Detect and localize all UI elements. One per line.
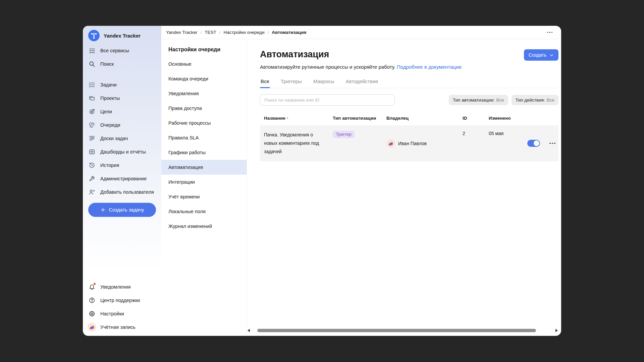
column-header-label: Владелец	[386, 116, 409, 121]
automation-modified: 05 мая	[485, 125, 523, 161]
queue-settings-menu: Настройки очереди Основные Команда очере…	[161, 39, 247, 336]
sidebar-item-label: Поиск	[100, 61, 114, 67]
sidebar-item-notifications[interactable]: Уведомления	[83, 280, 161, 294]
tab-triggers[interactable]: Триггеры	[280, 78, 303, 88]
scroll-right-arrow-icon[interactable]	[555, 329, 558, 332]
table-row[interactable]: Пачка. Уведомления о новых комментариях …	[260, 125, 558, 161]
create-button[interactable]: Создать	[524, 49, 558, 61]
sidebar-item-label: История	[100, 163, 119, 168]
column-header-label: Тип автоматизации	[333, 116, 376, 121]
tasks-checklist-icon	[88, 81, 96, 88]
app-window: Yandex Tracker Все сервисы Поиск	[83, 26, 561, 336]
breadcrumb-separator: /	[201, 30, 202, 35]
kanban-board-icon	[88, 135, 96, 142]
column-header-id[interactable]: ID	[459, 113, 485, 125]
sidebar-item-goals[interactable]: Цели	[83, 105, 161, 118]
horizontal-scrollbar	[248, 329, 558, 332]
filter-automation-type[interactable]: Тип автоматизации: Все	[449, 95, 508, 105]
scroll-left-arrow-icon[interactable]	[248, 329, 250, 332]
sidebar-item-label: Доски задач	[100, 136, 128, 141]
owner-cell: Иван Павлов	[382, 125, 459, 161]
automation-id: 2	[459, 125, 485, 161]
queue-menu-item-local-fields[interactable]: Локальные поля	[161, 204, 247, 219]
column-header-name[interactable]: Название ▾	[260, 113, 329, 125]
column-header-type[interactable]: Тип автоматизации	[329, 113, 382, 125]
sidebar-item-label: Задачи	[100, 82, 117, 87]
queue-menu-item-time-tracking[interactable]: Учёт времени	[161, 189, 247, 204]
queue-menu-item-notifications[interactable]: Уведомления	[161, 86, 247, 101]
page-description: Автоматизируйте рутинные процессы и уско…	[260, 64, 558, 70]
bell-icon	[88, 283, 96, 291]
unread-dot	[94, 283, 96, 285]
sidebar-item-boards[interactable]: Доски задач	[83, 132, 161, 145]
tab-autoactions[interactable]: Автодействия	[345, 78, 379, 88]
sidebar-item-support[interactable]: Центр поддержки	[83, 294, 161, 307]
queue-menu-item-general[interactable]: Основные	[161, 57, 247, 71]
sidebar-item-queues[interactable]: Очереди	[83, 118, 161, 132]
sidebar-item-administration[interactable]: Администрирование	[83, 172, 161, 185]
folders-icon	[88, 95, 96, 102]
create-task-button[interactable]: Создать задачу	[88, 203, 156, 217]
search-input[interactable]	[260, 94, 395, 106]
sidebar-item-account[interactable]: Учётная запись	[83, 320, 161, 334]
documentation-link[interactable]: Подробнее в документации	[397, 64, 462, 70]
sidebar-item-label: Дашборды и отчёты	[100, 149, 146, 155]
breadcrumb-item[interactable]: Настройки очереди	[224, 30, 265, 35]
sidebar-item-label: Центр поддержки	[100, 298, 140, 303]
column-header-label: Изменено	[489, 116, 511, 121]
breadcrumb: Yandex Tracker / TEST / Настройки очеред…	[166, 30, 306, 35]
column-header-label: Название	[264, 116, 285, 121]
sidebar-section-gap	[83, 71, 161, 78]
tab-all[interactable]: Все	[260, 78, 270, 88]
sidebar-item-projects[interactable]: Проекты	[83, 92, 161, 105]
row-enabled-toggle[interactable]	[527, 140, 540, 147]
queue-settings-title: Настройки очереди	[161, 47, 247, 57]
sidebar-item-tasks[interactable]: Задачи	[83, 78, 161, 92]
row-more-menu-icon[interactable]	[549, 141, 556, 146]
queue-menu-item-team[interactable]: Команда очереди	[161, 71, 247, 86]
queue-menu-item-integrations[interactable]: Интеграции	[161, 175, 247, 189]
sidebar-item-settings[interactable]: Настройки	[83, 307, 161, 320]
sidebar-item-history[interactable]: История	[83, 159, 161, 172]
plus-icon	[100, 207, 106, 213]
sidebar-item-label: Уведомления	[100, 284, 131, 290]
add-user-icon	[88, 188, 96, 196]
breadcrumb-item-current: Автоматизация	[272, 30, 306, 35]
sidebar-item-label: Администрирование	[100, 176, 147, 181]
scrollbar-track[interactable]	[251, 329, 554, 332]
tab-macros[interactable]: Макросы	[313, 78, 335, 88]
owner-name: Иван Павлов	[398, 141, 427, 146]
filter-action-type[interactable]: Тип действия: Все	[512, 95, 558, 105]
automation-name[interactable]: Пачка. Уведомления о новых комментариях …	[260, 125, 324, 161]
queue-menu-item-automation[interactable]: Автоматизация	[161, 160, 247, 175]
brand[interactable]: Yandex Tracker	[83, 26, 161, 44]
breadcrumb-bar: Yandex Tracker / TEST / Настройки очеред…	[161, 26, 561, 39]
row-controls	[523, 125, 561, 161]
column-header-label: ID	[463, 116, 467, 121]
dashboard-grid-icon	[88, 148, 96, 156]
scrollbar-thumb[interactable]	[257, 329, 536, 332]
queue-menu-item-workflows[interactable]: Рабочие процессы	[161, 116, 247, 130]
sidebar-item-label: Проекты	[100, 96, 120, 101]
breadcrumb-item[interactable]: TEST	[205, 30, 216, 35]
target-arrow-icon	[88, 108, 96, 115]
queue-menu-item-schedules[interactable]: Графики работы	[161, 145, 247, 160]
sidebar-item-all-services[interactable]: Все сервисы	[83, 44, 161, 57]
queue-menu-item-changelog[interactable]: Журнал изменений	[161, 219, 247, 234]
main-content: Автоматизация Создать Автоматизируйте ру…	[247, 39, 561, 336]
sidebar-item-dashboards[interactable]: Дашборды и отчёты	[83, 145, 161, 159]
filter-value: Все	[547, 98, 554, 103]
queue-menu-item-access[interactable]: Права доступа	[161, 101, 247, 116]
queue-menu-item-sla[interactable]: Правила SLA	[161, 130, 247, 145]
sidebar-item-search[interactable]: Поиск	[83, 57, 161, 71]
breadcrumb-item[interactable]: Yandex Tracker	[166, 30, 198, 35]
page-more-menu-icon[interactable]	[546, 30, 554, 35]
sidebar-item-label: Добавить пользователя	[100, 189, 154, 195]
column-header-modified[interactable]: Изменено	[485, 113, 523, 125]
column-header-owner[interactable]: Владелец	[382, 113, 459, 125]
sidebar-item-add-user[interactable]: Добавить пользователя	[83, 185, 161, 199]
create-button-label: Создать	[529, 52, 546, 58]
breadcrumb-separator: /	[267, 30, 269, 35]
sidebar: Yandex Tracker Все сервисы Поиск	[83, 26, 161, 336]
queues-stack-icon	[88, 121, 96, 129]
